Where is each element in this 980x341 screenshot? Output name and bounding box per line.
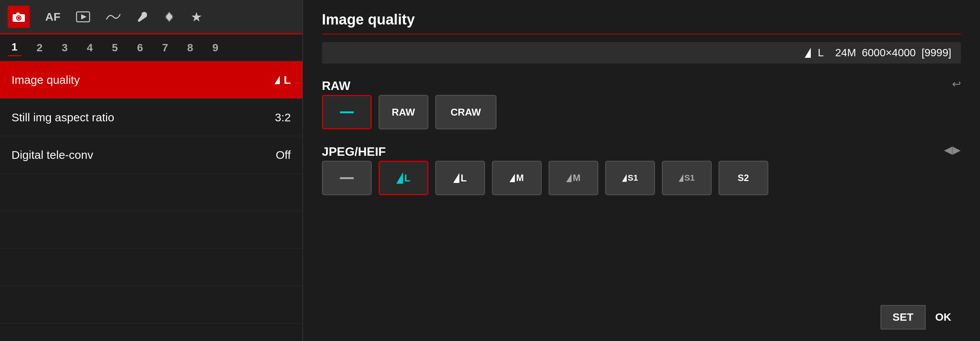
jpeg-section: JPEG/HEIF ◀▶ L L	[322, 141, 961, 195]
menu-item-empty-2	[0, 211, 302, 249]
jpeg-option-medium[interactable]: M	[549, 161, 598, 195]
jpeg-section-row: JPEG/HEIF ◀▶	[322, 141, 961, 159]
menu-item-label: Image quality	[11, 73, 80, 86]
jpeg-option-dash[interactable]	[322, 161, 372, 195]
raw-section: RAW ↩ RAW CRAW	[322, 75, 961, 129]
quality-triangle-icon	[274, 76, 280, 84]
raw-section-label: RAW	[322, 79, 351, 93]
tab-numbers-bar: 1 2 3 4 5 6 7 8 9	[0, 34, 302, 61]
jpeg-fine-m-content: M	[510, 173, 524, 183]
jpeg-fine-s1-content: S1	[622, 173, 638, 183]
bottom-buttons-row: SET OK	[322, 305, 961, 330]
raw-option-dash[interactable]	[322, 95, 372, 129]
svg-rect-3	[16, 13, 20, 15]
gear-nav-icon[interactable]	[163, 11, 175, 23]
jpeg-triangle-fm-icon	[510, 174, 515, 182]
raw-options-row: RAW CRAW	[322, 95, 961, 129]
left-panel: AF ★ 1 2	[0, 0, 302, 341]
menu-item-value: 3:2	[275, 111, 291, 124]
jpeg-fine-l-content: L	[453, 172, 467, 184]
raw-label: RAW	[392, 106, 415, 118]
jpeg-triangle-s1-icon	[679, 174, 683, 182]
jpeg-fine-l-label: L	[404, 172, 410, 184]
jpeg-triangle-m-icon	[566, 174, 572, 182]
wrench-nav-icon[interactable]	[136, 11, 148, 23]
tab-9[interactable]: 9	[209, 40, 222, 56]
menu-item-digital-tele-conv[interactable]: Digital tele-conv Off	[0, 136, 302, 174]
tab-1[interactable]: 1	[8, 39, 21, 56]
camera-nav-icon[interactable]	[8, 6, 30, 28]
info-resolution: 6000×4000	[862, 47, 916, 59]
tab-4[interactable]: 4	[83, 40, 97, 56]
ok-label: OK	[926, 306, 961, 329]
raw-arrow-icon[interactable]: ↩	[952, 78, 961, 90]
tab-2[interactable]: 2	[33, 40, 47, 56]
jpeg-triangle-fs1-icon	[622, 174, 627, 182]
tab-8[interactable]: 8	[183, 40, 197, 56]
jpeg-m-content: M	[566, 173, 580, 183]
jpeg-fine-s1-label: S1	[628, 173, 638, 183]
info-quality-letter: L	[818, 47, 824, 59]
tab-3[interactable]: 3	[58, 40, 72, 56]
raw-section-row: RAW ↩	[322, 75, 961, 93]
jpeg-option-fine-large[interactable]: L	[435, 161, 485, 195]
curve-nav-icon[interactable]	[106, 11, 121, 23]
jpeg-triangle-cyan-icon	[396, 172, 403, 184]
tab-5[interactable]: 5	[108, 40, 122, 56]
top-navigation: AF ★	[0, 0, 302, 34]
jpeg-m-label: M	[573, 173, 580, 183]
info-quality-triangle-icon	[805, 48, 811, 58]
jpeg-fine-m-label: M	[516, 173, 524, 183]
svg-marker-5	[81, 14, 87, 20]
menu-list: Image quality L Still img aspect ratio 3…	[0, 61, 302, 341]
set-button[interactable]: SET	[880, 305, 926, 330]
info-shots: [9999]	[921, 47, 951, 59]
right-panel: Image quality L 24M 6000×4000 [9999] RAW…	[303, 0, 980, 341]
af-nav-icon[interactable]: AF	[45, 10, 60, 23]
menu-item-empty-4	[0, 286, 302, 324]
raw-option-raw[interactable]: RAW	[379, 95, 428, 129]
jpeg-option-s2[interactable]: S2	[719, 161, 768, 195]
jpeg-dash-icon	[340, 177, 354, 179]
info-bar: L 24M 6000×4000 [9999]	[322, 42, 961, 64]
jpeg-option-fine-medium[interactable]: M	[492, 161, 542, 195]
jpeg-s1-content: S1	[679, 173, 695, 183]
jpeg-s1-label: S1	[684, 173, 695, 183]
menu-item-empty-3	[0, 249, 302, 286]
jpeg-fine-l-white-label: L	[461, 172, 467, 184]
menu-item-empty-1	[0, 174, 302, 211]
tab-7[interactable]: 7	[158, 40, 172, 56]
jpeg-arrows-icon[interactable]: ◀▶	[944, 144, 961, 156]
dash-line-icon	[340, 111, 354, 113]
menu-item-label: Still img aspect ratio	[11, 111, 114, 124]
jpeg-options-row: L L M M	[322, 161, 961, 195]
play-nav-icon[interactable]	[76, 11, 90, 23]
menu-item-label: Digital tele-conv	[11, 148, 93, 162]
jpeg-s2-label: S2	[738, 173, 749, 183]
craw-label: CRAW	[451, 106, 481, 118]
tab-6[interactable]: 6	[133, 40, 147, 56]
menu-item-aspect-ratio[interactable]: Still img aspect ratio 3:2	[0, 99, 302, 136]
jpeg-option-fine-large-cyan[interactable]: L	[379, 161, 428, 195]
jpeg-triangle-white-icon	[453, 173, 459, 183]
jpeg-fine-l-cyan-content: L	[396, 172, 410, 184]
svg-point-2	[17, 16, 20, 20]
info-megapixels: 24M	[835, 47, 856, 59]
jpeg-option-s1[interactable]: S1	[662, 161, 712, 195]
menu-item-image-quality[interactable]: Image quality L	[0, 61, 302, 99]
star-nav-icon[interactable]: ★	[191, 9, 202, 24]
menu-item-value: Off	[276, 148, 291, 162]
menu-item-value: L	[274, 73, 291, 86]
jpeg-section-label: JPEG/HEIF	[322, 145, 386, 159]
raw-option-craw[interactable]: CRAW	[435, 95, 497, 129]
jpeg-option-fine-s1[interactable]: S1	[605, 161, 655, 195]
panel-title: Image quality	[322, 11, 961, 34]
quality-label: L	[284, 73, 291, 86]
